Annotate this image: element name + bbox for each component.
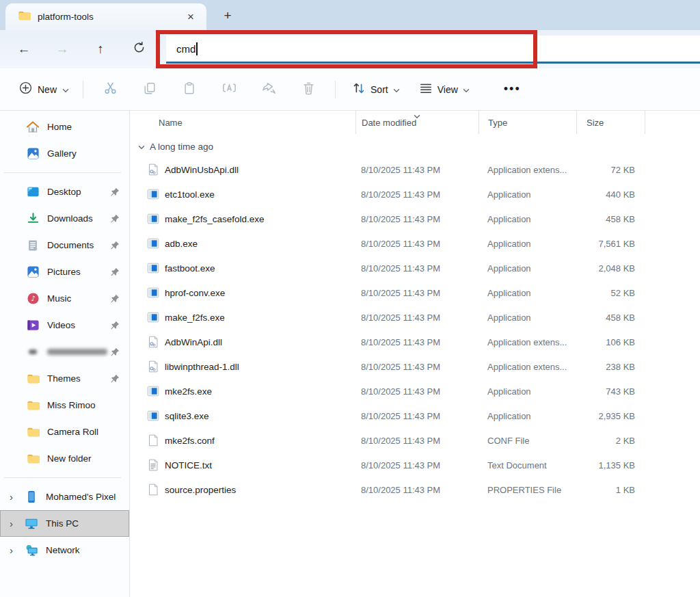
exe-file-icon	[147, 311, 159, 323]
sort-arrows-icon	[352, 81, 366, 98]
file-name: adb.exe	[130, 237, 355, 250]
file-name: mke2fs.exe	[130, 385, 355, 397]
new-tab-button[interactable]: +	[217, 5, 238, 26]
expand-chevron-icon[interactable]: ›	[10, 518, 25, 529]
sidebar-item-home[interactable]: Home	[0, 114, 129, 140]
address-bar-input[interactable]: cmd	[166, 36, 700, 64]
paste-button[interactable]	[170, 77, 209, 103]
delete-button[interactable]	[288, 77, 328, 103]
file-file-icon	[147, 434, 159, 447]
exe-file-icon	[147, 213, 159, 225]
sidebar-item-downloads[interactable]: Downloads	[0, 205, 129, 232]
view-button[interactable]: View	[412, 77, 476, 102]
txt-file-icon	[147, 459, 159, 471]
expand-chevron-icon[interactable]: ›	[10, 544, 25, 556]
sidebar-item-gallery[interactable]: Gallery	[0, 140, 129, 167]
sidebar-item-videos[interactable]: Videos	[0, 312, 129, 339]
file-name: sqlite3.exe	[130, 410, 355, 422]
file-row-notice-txt[interactable]: NOTICE.txt8/10/2025 11:43 PMText Documen…	[130, 453, 700, 477]
sidebar-item-miss-rimoo[interactable]: Miss Rimoo	[0, 392, 129, 419]
dll-file-icon	[147, 360, 159, 373]
file-row-sqlite3-exe[interactable]: sqlite3.exe8/10/2025 11:43 PMApplication…	[130, 403, 700, 428]
file-type: CONF File	[479, 436, 576, 446]
folder-icon	[18, 9, 31, 25]
copy-button[interactable]	[130, 77, 170, 103]
file-row-adbwinapi-dll[interactable]: AdbWinApi.dll8/10/2025 11:43 PMApplicati…	[130, 330, 700, 354]
expand-chevron-icon[interactable]: ›	[10, 491, 25, 503]
sidebar-item-mohamed-s-pixel[interactable]: ›Mohamed's Pixel	[0, 483, 129, 510]
sidebar-item-label: Home	[47, 122, 72, 132]
file-row-etc1tool-exe[interactable]: etc1tool.exe8/10/2025 11:43 PMApplicatio…	[130, 182, 700, 207]
sidebar-divider	[4, 477, 121, 478]
file-size: 2,935 KB	[576, 411, 645, 421]
share-button[interactable]	[249, 77, 288, 103]
up-button[interactable]: ↑	[85, 37, 116, 62]
exe-file-icon	[147, 237, 159, 250]
file-row-source-properties[interactable]: source.properties8/10/2025 11:43 PMPROPE…	[130, 477, 700, 502]
chevron-down-icon	[62, 83, 69, 96]
tab-close-icon[interactable]: ×	[182, 10, 200, 24]
file-date-modified: 8/10/2025 11:43 PM	[355, 460, 479, 470]
sidebar-item-new-folder[interactable]: New folder	[0, 445, 129, 472]
tab-platform-tools[interactable]: platform-tools ×	[5, 3, 206, 30]
file-name: hprof-conv.exe	[130, 287, 355, 299]
file-row-libwinpthread-1-dll[interactable]: libwinpthread-1.dll8/10/2025 11:43 PMApp…	[130, 354, 700, 379]
text-cursor	[196, 42, 198, 55]
sidebar-item-this-pc[interactable]: ›This PC	[0, 510, 129, 537]
column-header-size[interactable]: Size	[576, 111, 645, 134]
forward-button[interactable]: →	[46, 37, 78, 62]
exe-file-icon	[147, 188, 159, 200]
plus-circle-icon	[19, 81, 32, 97]
sidebar-item-camera-roll[interactable]: Camera Roll	[0, 419, 129, 445]
sidebar-item-themes[interactable]: Themes	[0, 365, 129, 392]
new-button[interactable]: New	[12, 77, 76, 102]
file-row-mke2fs-conf[interactable]: mke2fs.conf8/10/2025 11:43 PMCONF File2 …	[130, 428, 700, 453]
sidebar-item-desktop[interactable]: Desktop	[0, 178, 129, 205]
file-row-make-f2fs-casefold-exe[interactable]: make_f2fs_casefold.exe8/10/2025 11:43 PM…	[130, 207, 700, 231]
trash-icon	[302, 81, 315, 98]
sort-button[interactable]: Sort	[345, 77, 407, 103]
pin-icon	[110, 214, 120, 224]
sidebar-item-network[interactable]: ›Network	[0, 537, 129, 563]
view-lines-icon	[419, 82, 433, 97]
sort-button-label: Sort	[371, 84, 388, 95]
group-header[interactable]: A long time ago	[130, 135, 700, 157]
sidebar-item-label: Documents	[47, 240, 94, 250]
file-row-adbwinusbapi-dll[interactable]: AdbWinUsbApi.dll8/10/2025 11:43 PMApplic…	[130, 157, 700, 182]
sort-indicator-icon	[414, 111, 420, 121]
column-header-date-modified[interactable]: Date modified	[355, 111, 479, 134]
cut-button[interactable]	[90, 77, 130, 103]
file-row-make-f2fs-exe[interactable]: make_f2fs.exe8/10/2025 11:43 PMApplicati…	[130, 305, 700, 330]
rename-button[interactable]	[209, 77, 249, 103]
sidebar-item-pictures[interactable]: Pictures	[0, 258, 129, 285]
file-type: Application	[479, 263, 576, 274]
refresh-button[interactable]	[123, 37, 154, 62]
tab-title: platform-tools	[38, 12, 182, 22]
back-button[interactable]: ←	[8, 37, 40, 62]
more-options-button[interactable]: •••	[494, 78, 530, 101]
file-name: AdbWinUsbApi.dll	[130, 163, 355, 176]
file-row-fastboot-exe[interactable]: fastboot.exe8/10/2025 11:43 PMApplicatio…	[130, 256, 700, 280]
sidebar-item-redacted[interactable]	[0, 339, 129, 365]
sidebar-item-label: This PC	[46, 518, 79, 529]
file-row-hprof-conv-exe[interactable]: hprof-conv.exe8/10/2025 11:43 PMApplicat…	[130, 280, 700, 305]
pictures-icon	[26, 265, 40, 279]
file-date-modified: 8/10/2025 11:43 PM	[355, 386, 479, 397]
file-row-adb-exe[interactable]: adb.exe8/10/2025 11:43 PMApplication7,56…	[130, 231, 700, 256]
sidebar-item-music[interactable]: ♪Music	[0, 285, 129, 312]
file-name: NOTICE.txt	[130, 459, 355, 471]
pin-icon	[110, 267, 120, 277]
sidebar-item-documents[interactable]: Documents	[0, 232, 129, 258]
file-row-mke2fs-exe[interactable]: mke2fs.exe8/10/2025 11:43 PMApplication7…	[130, 379, 700, 403]
file-name: libwinpthread-1.dll	[130, 360, 355, 373]
refresh-icon	[133, 41, 146, 57]
file-size: 743 KB	[576, 386, 645, 397]
exe-file-icon	[147, 262, 159, 274]
file-size: 1,135 KB	[576, 460, 645, 470]
column-header-name[interactable]: Name	[130, 111, 355, 134]
file-name: etc1tool.exe	[130, 188, 355, 200]
dll-file-icon	[147, 336, 159, 348]
navigation-bar: ← → ↑ cmd	[0, 30, 700, 68]
home-icon	[26, 120, 40, 134]
column-header-type[interactable]: Type	[479, 111, 576, 134]
